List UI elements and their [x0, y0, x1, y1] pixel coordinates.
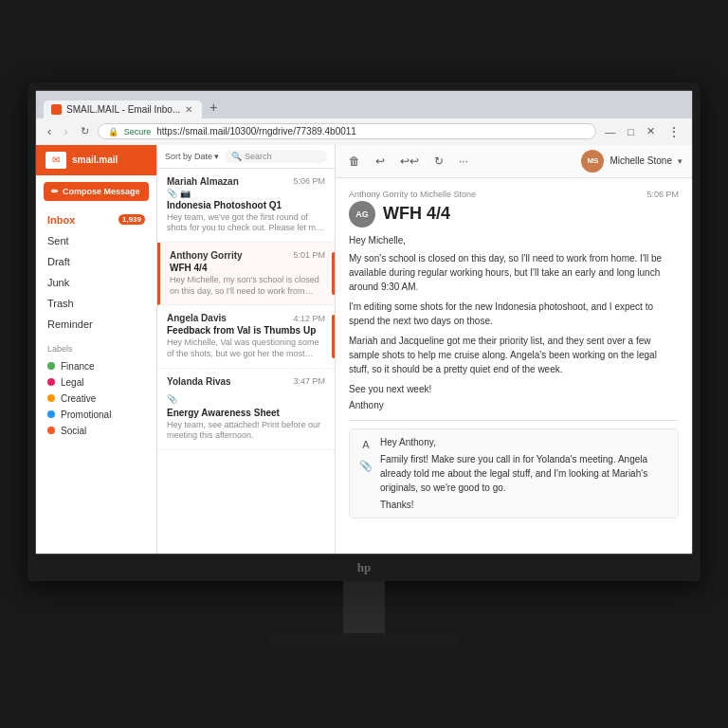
finance-label: Finance: [61, 361, 95, 372]
email-2-subject: WFH 4/4: [170, 263, 325, 273]
sidebar-item-draft[interactable]: Draft: [36, 251, 156, 272]
email-list: Sort by Date ▾ 🔍 Search Mariah Almazan 5…: [157, 145, 336, 554]
email-4-subject: Energy Awareness Sheet: [167, 408, 325, 418]
sidebar-item-junk[interactable]: Junk: [36, 272, 156, 293]
browser-menu-icon[interactable]: ⋮: [664, 122, 684, 141]
detail-toolbar: 🗑 ↩ ↩↩ ↻ ··· MS Michelle Stone ▾: [336, 145, 692, 178]
search-bar[interactable]: 🔍 Search: [225, 150, 327, 163]
email-app: ✉ smail.mail ✏ Compose Message Inbox 1,9…: [36, 145, 692, 554]
back-button[interactable]: ‹: [44, 122, 55, 140]
reply-person-icon: A: [362, 439, 369, 450]
reply-p0: Hey Anthony,: [380, 437, 668, 447]
label-social[interactable]: Social: [47, 423, 145, 439]
sidebar-item-inbox[interactable]: Inbox 1,939: [36, 209, 156, 230]
email-1-subject: Indonesia Photoshoot Q1: [167, 200, 325, 210]
labels-title: Labels: [47, 344, 145, 354]
creative-dot: [47, 394, 55, 402]
delete-icon[interactable]: 🗑: [345, 153, 364, 170]
window-close[interactable]: ✕: [643, 123, 659, 139]
email-body-p0: Hey Michelle,: [349, 235, 679, 246]
forward-icon[interactable]: ↻: [430, 153, 447, 170]
labels-section: Labels Finance Legal Creative: [36, 337, 156, 443]
social-label: Social: [61, 426, 86, 436]
sender-avatar: AG: [349, 201, 375, 228]
email-body-p5: Anthony: [349, 400, 679, 410]
trash-label: Trash: [47, 298, 74, 309]
tab-close-icon[interactable]: ✕: [185, 104, 192, 115]
window-maximize[interactable]: □: [624, 124, 638, 139]
email-1-photo-icon: 📷: [180, 189, 191, 198]
sort-label: Sort by Date: [165, 152, 212, 161]
sort-button[interactable]: Sort by Date ▾: [165, 152, 219, 161]
email-3-preview: Hey Michelle, Val was questioning some o…: [167, 337, 325, 359]
sidebar-item-sent[interactable]: Sent: [36, 230, 156, 251]
url-bar[interactable]: 🔒 Secure https://smail.mail/10300/rngdri…: [98, 123, 597, 139]
sidebar-logo: ✉ smail.mail: [36, 145, 156, 175]
email-4-time: 3:47 PM: [293, 376, 325, 386]
email-item-1[interactable]: Mariah Almazan 5:06 PM 📎 📷 Indonesia Pho…: [157, 169, 335, 243]
browser-tab-email[interactable]: SMAIL.MAIL - Email Inbo... ✕: [44, 100, 202, 118]
label-legal[interactable]: Legal: [47, 374, 145, 391]
sidebar-item-reminder[interactable]: Reminder: [36, 314, 156, 335]
reply-all-icon[interactable]: ↩↩: [396, 153, 423, 170]
email-1-time: 5:06 PM: [293, 176, 325, 186]
logo-text: smail.mail: [72, 155, 118, 165]
email-1-preview: Hey team, we've got the first round of s…: [167, 212, 325, 234]
email-body-p1: My son's school is closed on this day, s…: [349, 251, 679, 294]
tab-favicon: [51, 104, 62, 115]
user-chevron-icon: ▾: [678, 156, 682, 166]
finance-dot: [47, 362, 55, 370]
monitor-stand-base: [269, 633, 459, 646]
monitor-body: SMAIL.MAIL - Email Inbo... ✕ + ‹ › ↻ 🔒 S…: [27, 82, 701, 581]
email-item-4[interactable]: Yolanda Rivas 3:47 PM 📎 Energy Awareness…: [157, 369, 335, 450]
monitor-bezel-bottom: hp: [35, 555, 693, 581]
sidebar-item-trash[interactable]: Trash: [36, 293, 156, 314]
email-item-3[interactable]: Angela Davis 4:12 PM Feedback from Val i…: [157, 305, 335, 368]
refresh-button[interactable]: ↻: [77, 123, 93, 139]
divider: [349, 420, 679, 421]
browser-toolbar: ‹ › ↻ 🔒 Secure https://smail.mail/10300/…: [36, 118, 692, 145]
legal-dot: [47, 378, 55, 386]
logo-icon: ✉: [46, 152, 66, 169]
email-2-time: 5:01 PM: [293, 250, 325, 260]
user-avatar: MS: [581, 150, 604, 173]
email-1-sender: Mariah Almazan: [167, 176, 239, 187]
reminder-label: Reminder: [47, 318, 93, 330]
promotional-label: Promotional: [61, 410, 111, 420]
tab-bar: SMAIL.MAIL - Email Inbo... ✕ +: [36, 91, 692, 118]
reply-p2: Thanks!: [380, 500, 668, 510]
email-3-priority-bar: [332, 315, 335, 357]
compose-pencil-icon: ✏: [51, 187, 59, 196]
email-4-attachment-icon: 📎: [167, 394, 177, 404]
more-options-icon[interactable]: ···: [455, 153, 472, 170]
label-finance[interactable]: Finance: [47, 358, 145, 374]
email-4-preview: Hey team, see attached! Print before our…: [167, 420, 325, 442]
forward-button[interactable]: ›: [60, 122, 71, 140]
undo-icon[interactable]: ↩: [372, 153, 389, 170]
label-creative[interactable]: Creative: [47, 391, 145, 407]
email-detail-from: Anthony Gorrity to Michelle Stone: [349, 190, 476, 199]
user-info[interactable]: MS Michelle Stone ▾: [581, 150, 682, 173]
label-promotional[interactable]: Promotional: [47, 407, 145, 423]
reply-attachment-icon: 📎: [359, 460, 373, 472]
email-2-priority-bar: [332, 252, 335, 295]
email-item-2[interactable]: Anthony Gorrity 5:01 PM WFH 4/4 Hey Mich…: [157, 243, 335, 305]
compose-button[interactable]: ✏ Compose Message: [44, 182, 149, 201]
url-text: https://smail.mail/10300/rngdrive/77389.…: [156, 126, 356, 136]
draft-label: Draft: [47, 256, 70, 267]
legal-label: Legal: [61, 377, 83, 388]
new-tab-button[interactable]: +: [202, 96, 225, 118]
email-3-subject: Feedback from Val is Thumbs Up: [167, 325, 325, 336]
sort-chevron-icon: ▾: [214, 152, 219, 161]
promotional-dot: [47, 410, 55, 418]
compose-label: Compose Message: [63, 187, 140, 196]
tab-title: SMAIL.MAIL - Email Inbo...: [66, 104, 180, 115]
window-minimize[interactable]: —: [601, 124, 619, 139]
reply-icons-column: A 📎: [359, 437, 373, 472]
search-placeholder: Search: [245, 152, 272, 161]
email-2-preview: Hey Michelle, my son's school is closed …: [170, 275, 325, 297]
junk-label: Junk: [47, 277, 69, 288]
sidebar: ✉ smail.mail ✏ Compose Message Inbox 1,9…: [36, 145, 157, 554]
email-list-header: Sort by Date ▾ 🔍 Search: [157, 145, 335, 169]
hp-logo: hp: [357, 560, 371, 575]
